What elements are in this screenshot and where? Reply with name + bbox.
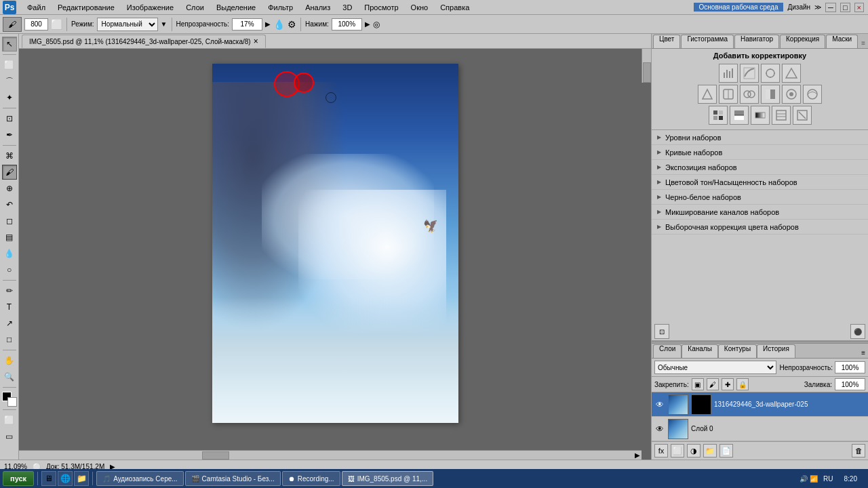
quick-mask-btn[interactable]: ⬜ [2, 413, 17, 428]
brush-mode-icon[interactable]: ⬜ [51, 19, 62, 30]
start-button[interactable]: пуск [3, 471, 34, 486]
delete-layer-btn[interactable]: 🗑 [852, 444, 865, 458]
brush-tool-active[interactable]: 🖌 [3, 17, 22, 32]
menu-help[interactable]: Справка [435, 2, 475, 13]
lock-pixels-btn[interactable]: 🖌 [707, 378, 719, 390]
taskbar-item-camtasia[interactable]: 🎬 Camtasia Studio - Без... [185, 471, 281, 486]
color-swatches[interactable] [2, 392, 17, 407]
menu-edit[interactable]: Редактирование [52, 2, 120, 13]
crop-tool[interactable]: ⊡ [2, 111, 17, 126]
history-brush-tool[interactable]: ↶ [2, 197, 17, 212]
blend-mode-select[interactable]: Обычные [654, 361, 776, 374]
brush-tool[interactable]: 🖌 [2, 165, 17, 180]
hue-sat-icon[interactable] [719, 85, 738, 104]
layers-panel-menu[interactable]: ≡ [861, 349, 865, 357]
eyedropper-tool[interactable]: ✒ [2, 127, 17, 142]
lock-position-btn[interactable]: ✚ [722, 378, 734, 390]
lasso-tool[interactable]: ⌒ [2, 74, 17, 89]
brightness-icon[interactable] [782, 64, 801, 83]
adj-hue-sat[interactable]: ▶ Цветовой тон/Насыщенность наборов [652, 175, 868, 190]
exposure-icon[interactable] [761, 64, 780, 83]
shape-tool[interactable]: □ [2, 332, 17, 347]
adj-selective[interactable]: ▶ Выборочная коррекция цвета наборов [652, 220, 868, 235]
adj-levels[interactable]: ▶ Уровни наборов [652, 130, 868, 145]
clone-stamp-tool[interactable]: ⊕ [2, 181, 17, 196]
lock-transparency-btn[interactable]: ▣ [692, 378, 704, 390]
threshold-icon[interactable] [730, 106, 749, 125]
text-tool[interactable]: T [2, 300, 17, 314]
quick-launch-3[interactable]: 📁 [74, 471, 89, 486]
layer-eye-1[interactable]: 👁 [654, 399, 665, 410]
zoom-tool[interactable]: 🔍 [2, 369, 17, 384]
mode-expand[interactable]: ▼ [161, 20, 167, 28]
tab-history[interactable]: История [757, 344, 795, 358]
close-btn[interactable]: × [854, 3, 864, 12]
document-tab[interactable]: IMG_8505.psd @ 11,1% (1316429446_3d-wall… [22, 35, 266, 48]
pressure-up[interactable]: ▶ [365, 20, 370, 28]
eraser-tool[interactable]: ◻ [2, 214, 17, 228]
settings-icon[interactable]: ⚙ [288, 19, 296, 30]
layer-row-2[interactable]: 👁 Слой 0 [652, 417, 868, 441]
taskbar-item-audio[interactable]: 🎵 Аудиозапись Сере... [96, 471, 183, 486]
maximize-btn[interactable]: □ [840, 3, 850, 12]
taskbar-item-recording[interactable]: ⏺ Recording... [282, 471, 340, 486]
panel-close-btn[interactable]: ≡ [861, 39, 865, 47]
layer-eye-2[interactable]: 👁 [654, 424, 665, 434]
menu-window[interactable]: Окно [406, 2, 434, 13]
quick-launch-2[interactable]: 🌐 [58, 471, 73, 486]
posterize-icon[interactable] [709, 106, 728, 125]
adjustment-layer-btn[interactable]: ◑ [687, 444, 701, 458]
airbrush-icon[interactable]: 💧 [273, 19, 285, 30]
color-balance-icon[interactable] [740, 85, 759, 104]
fill-value[interactable] [835, 378, 865, 390]
path-select-tool[interactable]: ↗ [2, 316, 17, 331]
tab-color[interactable]: Цвет [653, 35, 680, 48]
selective-color-icon[interactable] [772, 106, 791, 125]
menu-analysis[interactable]: Анализ [300, 2, 336, 13]
tab-close[interactable]: × [254, 37, 258, 46]
menu-view[interactable]: Просмотр [359, 2, 403, 13]
menu-3d[interactable]: 3D [337, 2, 357, 13]
opacity-input[interactable] [232, 18, 262, 30]
adj-channel-mix[interactable]: ▶ Микширование каналов наборов [652, 205, 868, 220]
panel-icon-1[interactable]: ⊡ [654, 324, 669, 339]
tab-histogram[interactable]: Гистограмма [681, 35, 734, 48]
gradient-tool[interactable]: ▤ [2, 230, 17, 245]
curves-icon[interactable] [740, 64, 759, 83]
opacity-up[interactable]: ▶ [265, 20, 271, 28]
channel-mixer-icon[interactable] [803, 85, 822, 104]
invert-icon[interactable] [793, 106, 812, 125]
menu-file[interactable]: Файл [22, 2, 51, 13]
horizontal-scrollbar[interactable]: ▶ [19, 450, 642, 460]
vertical-scrollbar[interactable] [642, 49, 651, 83]
menu-filter[interactable]: Фильтр [262, 2, 298, 13]
pen-tool[interactable]: ✏ [2, 283, 17, 298]
opacity-value[interactable] [835, 361, 865, 373]
blur-tool[interactable]: 💧 [2, 246, 17, 261]
menu-image[interactable]: Изображение [121, 2, 179, 13]
magic-wand-tool[interactable]: ✦ [2, 90, 17, 105]
tab-masks[interactable]: Маски [826, 35, 858, 48]
tab-correction[interactable]: Коррекция [780, 35, 825, 48]
group-btn[interactable]: 📁 [703, 444, 717, 458]
minimize-btn[interactable]: ─ [825, 3, 836, 12]
photo-filter-icon[interactable] [782, 85, 801, 104]
add-mask-btn[interactable]: ⬜ [671, 444, 684, 458]
quick-launch-1[interactable]: 🖥 [41, 471, 56, 486]
move-tool[interactable]: ↖ [2, 37, 17, 52]
levels-icon[interactable] [719, 64, 738, 83]
screen-mode-btn[interactable]: ▭ [2, 429, 17, 444]
scroll-arrow[interactable]: ▶ [635, 451, 640, 459]
adj-exposure[interactable]: ▶ Экспозиция наборов [652, 160, 868, 175]
expand-icon[interactable]: ≫ [814, 3, 821, 11]
adj-curves[interactable]: ▶ Кривые наборов [652, 145, 868, 160]
pressure-input[interactable] [332, 18, 362, 30]
taskbar-item-photoshop[interactable]: 🖼 IMG_8505.psd @ 11,... [342, 471, 434, 486]
pressure-tablet[interactable]: ◎ [373, 20, 380, 29]
vibrance-icon[interactable] [698, 85, 717, 104]
marquee-tool[interactable]: ⬜ [2, 58, 17, 73]
gradient-map-icon[interactable] [751, 106, 770, 125]
new-layer-btn[interactable]: 📄 [719, 444, 733, 458]
tab-paths[interactable]: Контуры [718, 344, 757, 358]
mode-select[interactable]: Нормальный [97, 18, 158, 31]
